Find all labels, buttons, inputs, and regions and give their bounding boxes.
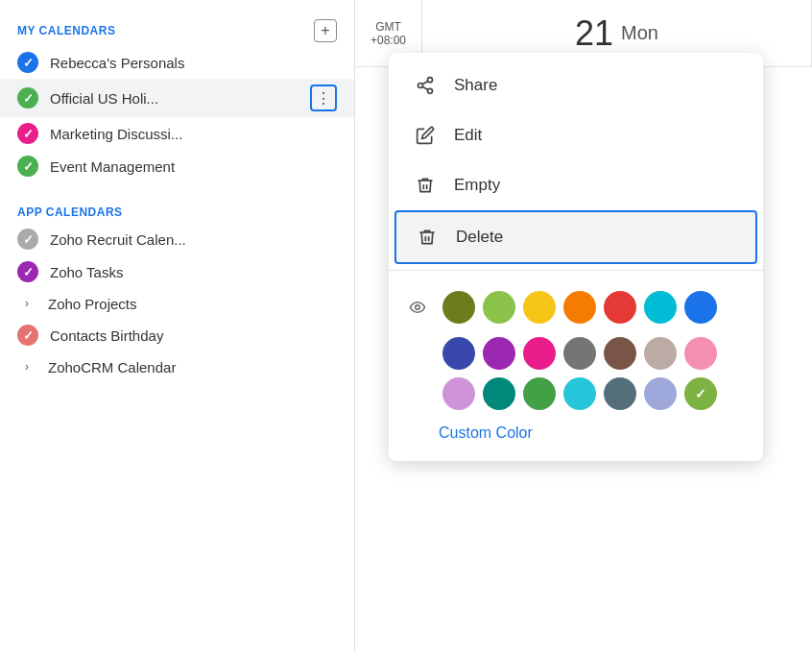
color-row-3: ✓	[439, 375, 748, 413]
calendar-name-crm: ZohoCRM Calendar	[48, 359, 337, 375]
calendar-item-contacts[interactable]: ✓ Contacts Birthday	[0, 319, 354, 351]
day-name: Mon	[621, 22, 658, 44]
calendar-color-recruit: ✓	[17, 229, 38, 250]
calendar-item-projects[interactable]: › Zoho Projects	[0, 288, 354, 319]
custom-color-link[interactable]: Custom Color	[439, 421, 533, 446]
day-number: 21	[575, 13, 613, 54]
svg-line-4	[422, 81, 428, 84]
calendar-name-tasks: Zoho Tasks	[50, 264, 337, 280]
main-area: GMT +08:00 21 Mon Share	[355, 0, 812, 653]
color-blue[interactable]	[684, 291, 717, 324]
svg-point-2	[428, 88, 433, 93]
color-olive[interactable]	[442, 291, 475, 324]
calendar-item-marketing[interactable]: ✓ Marketing Discussi...	[0, 117, 354, 150]
svg-point-1	[418, 84, 423, 88]
calendar-item-recruit[interactable]: ✓ Zoho Recruit Calen...	[0, 223, 354, 255]
empty-icon	[412, 172, 439, 199]
color-row-1	[404, 288, 748, 326]
gmt-label: GMT	[375, 20, 401, 34]
share-label: Share	[454, 76, 497, 95]
delete-icon	[414, 224, 441, 251]
color-tan[interactable]	[644, 337, 677, 370]
calendar-item-official[interactable]: ✓ Official US Holi... ⋮	[0, 79, 354, 117]
calendar-name-projects: Zoho Projects	[48, 296, 337, 312]
calendar-color-official: ✓	[17, 87, 38, 109]
color-red[interactable]	[604, 291, 636, 324]
calendar-name-marketing: Marketing Discussi...	[50, 126, 337, 142]
color-yellow[interactable]	[523, 291, 556, 324]
color-cyan[interactable]	[644, 291, 677, 324]
calendar-name-recruit: Zoho Recruit Calen...	[50, 231, 337, 248]
svg-point-0	[428, 78, 433, 83]
color-gray[interactable]	[563, 337, 596, 370]
calendar-name-event: Event Management	[50, 158, 337, 175]
calendar-color-marketing: ✓	[17, 123, 38, 144]
menu-item-empty[interactable]: Empty	[389, 160, 763, 210]
calendar-color-rebecca: ✓	[17, 52, 38, 73]
delete-label: Delete	[456, 228, 503, 247]
edit-icon	[412, 122, 439, 149]
gmt-offset: +08:00	[370, 34, 406, 47]
paint-icon	[404, 294, 431, 321]
chevron-icon-crm: ›	[17, 357, 36, 376]
app-calendars-title: APP CALENDARS	[17, 206, 123, 219]
color-orange[interactable]	[563, 291, 596, 324]
color-picker-section: ✓ Custom Color	[389, 277, 763, 453]
sidebar: MY CALENDARS + ✓ Rebecca's Personals ✓ O…	[0, 0, 355, 653]
color-light-pink[interactable]	[684, 337, 717, 370]
calendar-item-rebecca[interactable]: ✓ Rebecca's Personals	[0, 46, 354, 79]
color-lilac[interactable]	[644, 377, 677, 410]
app-calendars-section-header: APP CALENDARS	[0, 198, 354, 223]
calendar-color-contacts: ✓	[17, 325, 38, 346]
color-indigo[interactable]	[442, 337, 475, 370]
calendar-name-rebecca: Rebecca's Personals	[50, 55, 337, 71]
calendar-color-event: ✓	[17, 156, 38, 177]
add-calendar-button[interactable]: +	[314, 19, 337, 42]
color-purple[interactable]	[483, 337, 515, 370]
color-pink[interactable]	[523, 337, 556, 370]
color-lavender[interactable]	[442, 377, 475, 410]
menu-item-delete[interactable]: Delete	[394, 210, 757, 264]
menu-divider	[389, 270, 763, 271]
chevron-icon-projects: ›	[17, 294, 36, 313]
calendar-color-tasks: ✓	[17, 261, 38, 282]
color-slate[interactable]	[604, 377, 636, 410]
calendar-item-crm[interactable]: › ZohoCRM Calendar	[0, 351, 354, 382]
color-selected-green[interactable]: ✓	[684, 377, 717, 410]
my-calendars-section-header: MY CALENDARS +	[0, 12, 354, 46]
calendar-menu-button-official[interactable]: ⋮	[310, 85, 337, 111]
my-calendars-title: MY CALENDARS	[17, 24, 115, 37]
svg-point-5	[416, 305, 420, 310]
color-row-2	[439, 334, 748, 373]
menu-item-share[interactable]: Share	[389, 60, 763, 110]
edit-label: Edit	[454, 126, 482, 145]
color-teal[interactable]	[483, 377, 515, 410]
color-brown[interactable]	[604, 337, 636, 370]
empty-label: Empty	[454, 176, 500, 195]
calendar-name-official: Official US Holi...	[50, 90, 310, 107]
calendar-item-event[interactable]: ✓ Event Management	[0, 150, 354, 182]
color-yellow-green[interactable]	[483, 291, 515, 324]
svg-line-3	[422, 86, 428, 89]
color-green[interactable]	[523, 377, 556, 410]
calendar-item-tasks[interactable]: ✓ Zoho Tasks	[0, 255, 354, 288]
share-icon	[412, 72, 439, 99]
menu-item-edit[interactable]: Edit	[389, 110, 763, 160]
context-menu: Share Edit Empty	[389, 53, 763, 461]
calendar-name-contacts: Contacts Birthday	[50, 327, 337, 344]
color-turquoise[interactable]	[563, 377, 596, 410]
